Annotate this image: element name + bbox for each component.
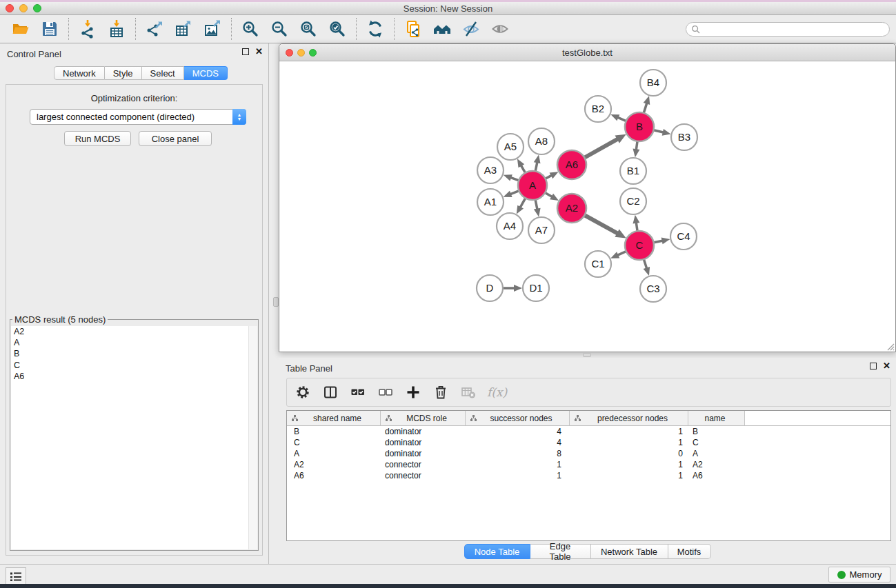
- column-header-shared-name[interactable]: shared name: [287, 411, 381, 425]
- table-cell[interactable]: 4: [466, 437, 570, 448]
- open-session-button[interactable]: [8, 17, 33, 41]
- table-cell[interactable]: C: [287, 437, 381, 448]
- import-table-button[interactable]: [104, 17, 129, 41]
- table-settings-button[interactable]: [294, 383, 312, 401]
- export-image-button[interactable]: [200, 17, 225, 41]
- close-window-button[interactable]: [6, 4, 14, 12]
- delete-table-button[interactable]: [459, 383, 477, 401]
- new-network-from-selection-button[interactable]: [401, 17, 426, 41]
- memory-button[interactable]: Memory: [828, 567, 890, 582]
- graph-node-B2[interactable]: B2: [585, 96, 611, 122]
- graph-node-D[interactable]: D: [477, 275, 503, 301]
- table-cell[interactable]: C: [688, 437, 745, 448]
- table-row[interactable]: Bdominator41B: [287, 426, 890, 437]
- tab-network[interactable]: Network: [54, 66, 105, 80]
- select-all-button[interactable]: [349, 383, 367, 401]
- tab-motifs[interactable]: Motifs: [668, 544, 711, 559]
- close-table-panel-icon[interactable]: ✕: [883, 363, 890, 369]
- table-cell[interactable]: A: [287, 448, 381, 459]
- network-zoom-button[interactable]: [309, 49, 317, 57]
- tab-mcds[interactable]: MCDS: [184, 66, 228, 80]
- float-table-panel-icon[interactable]: [870, 363, 877, 369]
- table-cell[interactable]: 1: [570, 459, 688, 470]
- vertical-split-handle[interactable]: [273, 297, 279, 307]
- table-row[interactable]: Cdominator41C: [287, 437, 890, 448]
- run-mcds-button[interactable]: Run MCDS: [64, 131, 131, 146]
- add-row-button[interactable]: [404, 383, 422, 401]
- result-item[interactable]: A2: [11, 326, 248, 337]
- zoom-window-button[interactable]: [33, 4, 41, 12]
- tab-network-table[interactable]: Network Table: [591, 544, 668, 559]
- graph-node-D1[interactable]: D1: [523, 275, 549, 301]
- tab-style[interactable]: Style: [105, 66, 142, 80]
- result-item[interactable]: C: [11, 360, 248, 371]
- network-minimize-button[interactable]: [297, 49, 305, 57]
- export-network-button[interactable]: [142, 17, 167, 41]
- tab-select[interactable]: Select: [142, 66, 184, 80]
- hide-selected-button[interactable]: [459, 17, 484, 41]
- graph-node-C[interactable]: C: [625, 231, 654, 260]
- show-columns-button[interactable]: [321, 383, 339, 401]
- graph-node-A3[interactable]: A3: [477, 157, 504, 183]
- table-row[interactable]: A6connector11A6: [287, 470, 890, 481]
- table-cell[interactable]: dominator: [381, 437, 466, 448]
- table-cell[interactable]: A: [688, 448, 745, 459]
- column-header-name[interactable]: name: [688, 411, 745, 425]
- table-cell[interactable]: 1: [570, 426, 688, 437]
- show-all-button[interactable]: [488, 17, 512, 41]
- table-cell[interactable]: A2: [287, 459, 381, 470]
- float-panel-icon[interactable]: [242, 48, 249, 55]
- table-cell[interactable]: 8: [466, 448, 570, 459]
- zoom-in-button[interactable]: [238, 17, 263, 41]
- graph-node-A6[interactable]: A6: [557, 150, 586, 179]
- first-neighbors-button[interactable]: [430, 17, 455, 41]
- graph-node-C3[interactable]: C3: [640, 276, 666, 302]
- network-graph[interactable]: B4B2BB3A5A8A3A6B1AA1C2A2A4A7C4CC1C3DD1: [279, 62, 895, 352]
- table-cell[interactable]: connector: [381, 459, 466, 470]
- delete-row-button[interactable]: [432, 383, 450, 401]
- function-builder-button[interactable]: f(x): [487, 385, 507, 399]
- column-header-predecessor-nodes[interactable]: predecessor nodes: [570, 411, 688, 425]
- search-input[interactable]: [703, 24, 884, 34]
- save-session-button[interactable]: [37, 17, 62, 41]
- close-panel-button[interactable]: Close panel: [139, 131, 212, 146]
- import-network-button[interactable]: [75, 17, 100, 41]
- result-item[interactable]: A6: [11, 371, 248, 382]
- tab-node-table[interactable]: Node Table: [464, 544, 530, 559]
- table-cell[interactable]: 1: [466, 470, 570, 481]
- column-header-mcds-role[interactable]: MCDS role: [381, 411, 466, 425]
- table-cell[interactable]: 4: [466, 426, 570, 437]
- zoom-selected-button[interactable]: [325, 17, 350, 41]
- graph-node-C1[interactable]: C1: [585, 251, 611, 277]
- graph-node-A1[interactable]: A1: [477, 189, 504, 215]
- result-scrollbar[interactable]: [248, 326, 257, 549]
- graph-node-A7[interactable]: A7: [528, 217, 555, 243]
- table-cell[interactable]: dominator: [381, 426, 466, 437]
- tab-edge-table[interactable]: Edge Table: [530, 544, 591, 559]
- table-cell[interactable]: A6: [688, 470, 745, 481]
- graph-node-C2[interactable]: C2: [620, 188, 646, 214]
- table-cell[interactable]: 1: [570, 437, 688, 448]
- zoom-out-button[interactable]: [267, 17, 292, 41]
- criterion-dropdown[interactable]: largest connected component (directed) ▲…: [30, 109, 246, 125]
- table-cell[interactable]: dominator: [381, 448, 466, 459]
- graph-node-C4[interactable]: C4: [670, 223, 697, 250]
- close-panel-icon[interactable]: ✕: [255, 48, 263, 55]
- resize-grip-icon[interactable]: [886, 342, 895, 351]
- graph-node-A8[interactable]: A8: [528, 128, 555, 154]
- table-cell[interactable]: 0: [570, 448, 688, 459]
- refresh-layout-button[interactable]: [363, 17, 388, 41]
- result-item[interactable]: A: [11, 337, 248, 348]
- graph-node-A2[interactable]: A2: [557, 194, 586, 223]
- result-item[interactable]: B: [11, 348, 248, 359]
- horizontal-split-handle[interactable]: [583, 353, 591, 357]
- graph-node-A[interactable]: A: [518, 171, 547, 200]
- table-cell[interactable]: B: [688, 426, 745, 437]
- zoom-fit-button[interactable]: [296, 17, 321, 41]
- column-header-successor-nodes[interactable]: successor nodes: [466, 411, 570, 425]
- table-cell[interactable]: A2: [688, 459, 745, 470]
- graph-node-B1[interactable]: B1: [620, 158, 646, 184]
- graph-node-B3[interactable]: B3: [671, 124, 697, 150]
- graph-node-A4[interactable]: A4: [497, 213, 523, 239]
- network-window-titlebar[interactable]: testGlobe.txt: [279, 44, 895, 61]
